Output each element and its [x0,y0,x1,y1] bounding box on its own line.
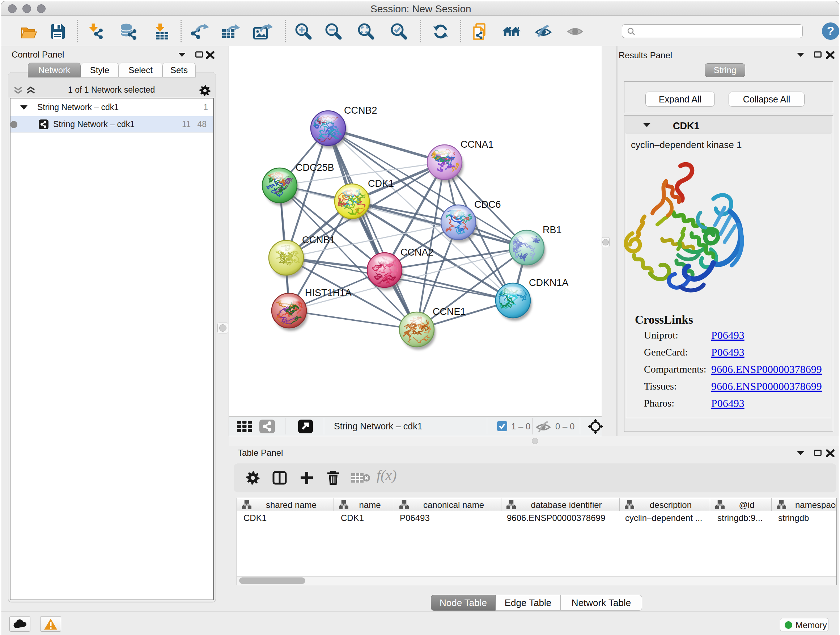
svg-text:CDK1: CDK1 [368,178,394,189]
svg-text:CDC25B: CDC25B [295,162,334,173]
svg-text:RB1: RB1 [543,225,562,235]
svg-text:CCNA1: CCNA1 [461,139,494,150]
svg-text:CCNA2: CCNA2 [401,247,434,258]
svg-text:CDC6: CDC6 [474,199,501,210]
svg-text:CCNB2: CCNB2 [344,105,377,116]
svg-text:CDKN1A: CDKN1A [529,277,569,288]
svg-text:?: ? [827,24,835,38]
svg-text:CCNB1: CCNB1 [302,234,335,245]
svg-text:CCNE1: CCNE1 [433,306,466,317]
svg-text:HIST1H1A: HIST1H1A [305,287,352,298]
